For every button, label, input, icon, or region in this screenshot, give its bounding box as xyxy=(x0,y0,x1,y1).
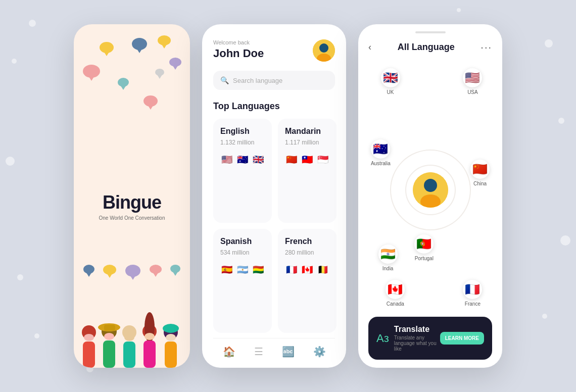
country-australia[interactable]: 🇦🇺 Australia xyxy=(371,139,391,166)
people-illustration xyxy=(74,272,190,368)
nav-translate[interactable]: 🔤 xyxy=(282,346,295,358)
bottom-nav: 🏠 ☰ 🔤 ⚙️ xyxy=(213,338,335,368)
phone3-content: ‹ All Language ··· 🇬🇧 UK xyxy=(358,24,502,368)
phone-language-screen: ‹ All Language ··· 🇬🇧 UK xyxy=(358,24,502,368)
lang-card-french[interactable]: French 280 million 🇫🇷 🇨🇦 🇧🇪 xyxy=(278,229,337,333)
lang-name-mandarin: Mandarin xyxy=(285,127,329,136)
translate-icon: Aз xyxy=(376,332,389,345)
page-title: All Language xyxy=(398,42,455,53)
lang-name-french: French xyxy=(285,237,329,246)
svg-point-17 xyxy=(166,334,176,341)
lang-card-mandarin[interactable]: Mandarin 1.117 million 🇨🇳 🇹🇼 🇸🇬 xyxy=(278,119,337,223)
nav-menu[interactable]: ☰ xyxy=(254,346,263,358)
flag-be: 🇧🇪 xyxy=(316,263,329,276)
welcome-text: Welcome back xyxy=(213,39,264,45)
phone2-header: Welcome back John Doe xyxy=(213,39,335,62)
country-usa[interactable]: 🇺🇸 USA xyxy=(463,68,482,95)
country-china[interactable]: 🇨🇳 China xyxy=(470,160,490,186)
lang-count-spanish: 534 million xyxy=(220,249,265,256)
lang-flags-english: 🇺🇸 🇦🇺 🇬🇧 xyxy=(220,153,265,166)
nav-home[interactable]: 🏠 xyxy=(223,346,235,358)
country-canada[interactable]: 🇨🇦 Canada xyxy=(386,280,405,307)
user-name: John Doe xyxy=(213,47,264,60)
flag-ar: 🇦🇷 xyxy=(236,263,249,276)
flag-sg: 🇸🇬 xyxy=(316,153,329,166)
svg-point-9 xyxy=(124,334,134,341)
flag-fr: 🇫🇷 xyxy=(285,263,298,276)
svg-rect-14 xyxy=(143,340,156,368)
lang-flags-spanish: 🇪🇸 🇦🇷 🇧🇴 xyxy=(220,263,265,276)
greeting-block: Welcome back John Doe xyxy=(213,39,264,60)
bubble-lavender-1 xyxy=(169,58,181,67)
lang-count-english: 1.132 million xyxy=(220,139,265,146)
brand-name: Bingue xyxy=(99,192,165,213)
label-france: France xyxy=(465,301,481,307)
label-portugal: Portugal xyxy=(415,256,434,261)
flag-gb: 🇬🇧 xyxy=(252,153,265,166)
bubble-blue-1 xyxy=(132,38,147,50)
phone1-content: Bingue One World One Conversation xyxy=(74,24,190,368)
label-usa: USA xyxy=(467,89,478,95)
flag-bo: 🇧🇴 xyxy=(252,263,265,276)
flag-portugal: 🇵🇹 xyxy=(414,234,434,254)
flag-france: 🇫🇷 xyxy=(463,280,482,299)
svg-rect-5 xyxy=(104,325,115,331)
bubble-yellow-1 xyxy=(100,42,114,53)
svg-rect-10 xyxy=(123,341,135,368)
translate-title: Translate xyxy=(394,325,440,334)
label-canada: Canada xyxy=(387,301,404,307)
lang-flags-french: 🇫🇷 🇨🇦 🇧🇪 xyxy=(285,263,329,276)
nav-settings[interactable]: ⚙️ xyxy=(313,346,326,358)
more-options-button[interactable]: ··· xyxy=(481,41,492,53)
bubble-pink-2 xyxy=(143,95,158,107)
user-avatar[interactable] xyxy=(313,39,335,62)
globe-container: 🇬🇧 UK 🇺🇸 USA 🇦🇺 Australia 🇨🇳 China 🇮🇳 xyxy=(368,63,492,317)
flag-usa: 🇺🇸 xyxy=(463,68,482,87)
flag-china: 🇨🇳 xyxy=(470,160,490,179)
phone3-header: ‹ All Language ··· xyxy=(368,41,492,53)
country-france[interactable]: 🇫🇷 France xyxy=(463,280,482,307)
lang-name-english: English xyxy=(220,127,265,136)
country-uk[interactable]: 🇬🇧 UK xyxy=(381,68,400,95)
flag-cn: 🇨🇳 xyxy=(285,153,298,166)
back-button[interactable]: ‹ xyxy=(368,42,371,53)
svg-point-20 xyxy=(319,43,328,53)
translate-left: Aз Translate Translate any language what… xyxy=(376,325,440,352)
flag-ca: 🇨🇦 xyxy=(301,263,314,276)
bubble-teal-1 xyxy=(118,78,129,87)
svg-point-1 xyxy=(84,334,94,341)
lang-name-spanish: Spanish xyxy=(220,237,265,246)
flag-india: 🇮🇳 xyxy=(378,244,398,264)
label-china: China xyxy=(473,181,487,186)
flag-australia: 🇦🇺 xyxy=(371,139,390,159)
phone-splash-screen: Bingue One World One Conversation xyxy=(74,24,190,368)
svg-rect-7 xyxy=(103,340,115,368)
phone-main-screen: Welcome back John Doe 🔍 Search language … xyxy=(202,24,346,368)
country-portugal[interactable]: 🇵🇹 Portugal xyxy=(414,234,434,261)
translate-subtitle: Translate any language what you like xyxy=(394,335,440,352)
label-uk: UK xyxy=(387,89,394,95)
label-australia: Australia xyxy=(371,161,391,166)
lang-flags-mandarin: 🇨🇳 🇹🇼 🇸🇬 xyxy=(285,153,329,166)
flag-uk: 🇬🇧 xyxy=(381,68,400,87)
lang-card-english[interactable]: English 1.132 million 🇺🇸 🇦🇺 🇬🇧 xyxy=(213,119,272,223)
country-india[interactable]: 🇮🇳 India xyxy=(378,244,398,271)
learn-more-button[interactable]: LEARN MORE xyxy=(440,332,484,345)
phone2-content: Welcome back John Doe 🔍 Search language … xyxy=(202,24,346,368)
lang-card-spanish[interactable]: Spanish 534 million 🇪🇸 🇦🇷 🇧🇴 xyxy=(213,229,272,333)
translate-text: Translate Translate any language what yo… xyxy=(394,325,440,352)
flag-us: 🇺🇸 xyxy=(220,153,233,166)
flag-au: 🇦🇺 xyxy=(236,153,249,166)
lang-count-french: 280 million xyxy=(285,249,329,256)
svg-point-13 xyxy=(145,333,155,340)
brand-tagline: One World One Conversation xyxy=(99,215,165,221)
bubble-pink-1 xyxy=(83,65,100,78)
svg-point-6 xyxy=(104,333,114,340)
language-grid: English 1.132 million 🇺🇸 🇦🇺 🇬🇧 Mandarin … xyxy=(213,119,335,333)
translate-banner: Aз Translate Translate any language what… xyxy=(368,317,492,360)
search-placeholder: Search language xyxy=(233,77,282,84)
center-avatar xyxy=(413,172,448,208)
search-bar[interactable]: 🔍 Search language xyxy=(213,71,335,90)
flag-tw: 🇹🇼 xyxy=(301,153,314,166)
section-title: Top Languages xyxy=(213,101,335,112)
